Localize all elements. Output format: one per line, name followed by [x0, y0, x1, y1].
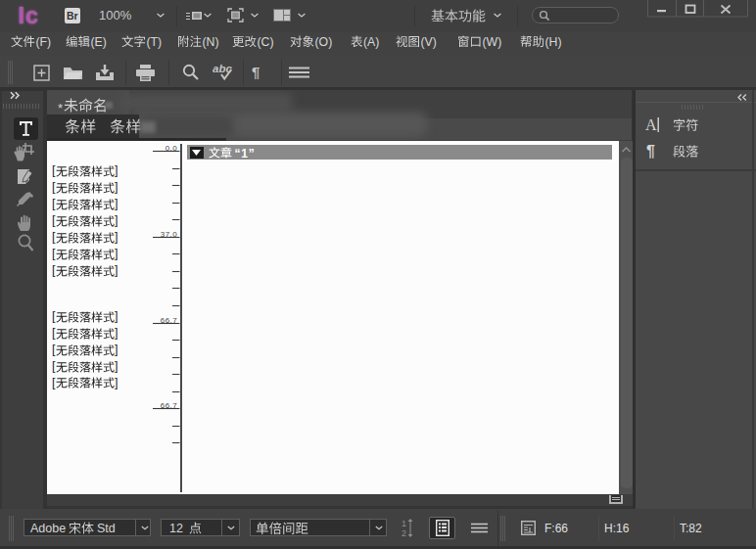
svg-text:A: A [645, 116, 657, 133]
svg-text:2: 2 [402, 528, 406, 538]
svg-text:1: 1 [402, 519, 406, 528]
